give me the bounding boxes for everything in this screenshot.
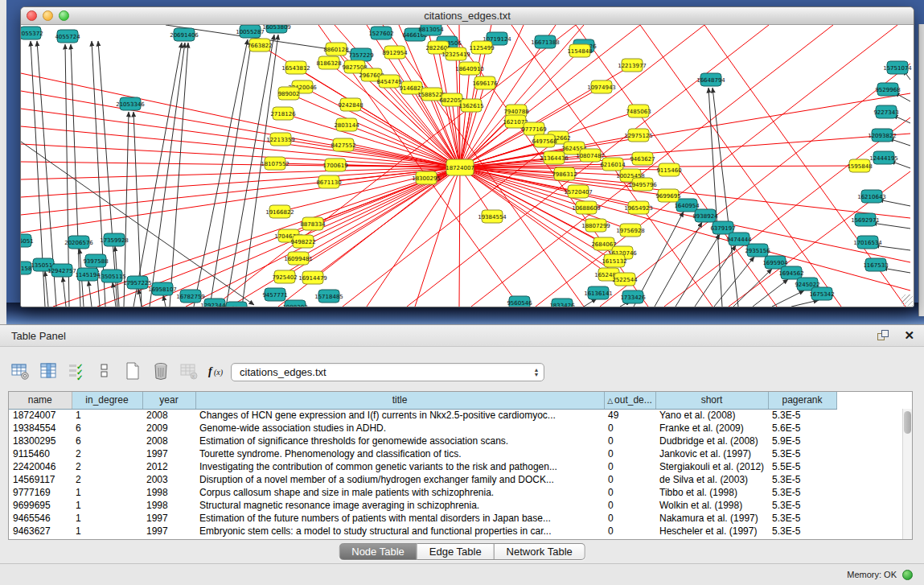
graph-node[interactable]: 9227343 — [873, 105, 898, 118]
select-attributes-icon[interactable]: ✓✓✓ — [66, 360, 87, 381]
graph-node[interactable]: 1833426 — [549, 299, 575, 307]
graph-node[interactable]: 18300295 — [412, 171, 441, 184]
graph-node[interactable]: 9529968 — [875, 83, 900, 96]
graph-node[interactable]: 8427552 — [331, 138, 355, 151]
graph-node[interactable]: 9498222 — [290, 235, 315, 248]
graph-node[interactable]: 6497568 — [532, 134, 556, 147]
table-select-dropdown[interactable]: citations_edges.txt ▲▼ — [231, 363, 544, 381]
graph-node[interactable]: 16958107 — [148, 282, 177, 295]
graph-node[interactable]: 16053809 — [262, 25, 291, 33]
graph-node[interactable]: 9463627 — [630, 152, 655, 165]
graph-node[interactable]: 8938924 — [692, 209, 718, 222]
graph-node[interactable]: 18640910 — [455, 62, 484, 75]
graph-node[interactable]: 17016534 — [853, 236, 882, 249]
graph-node[interactable]: 2935156 — [745, 244, 770, 257]
graph-node[interactable]: 1700619 — [322, 159, 347, 171]
graph-node[interactable]: 8813054 — [418, 25, 444, 35]
window-titlebar[interactable]: citations_edges.txt — [21, 7, 914, 25]
graph-node[interactable]: 1167533 — [863, 258, 888, 271]
table-row[interactable]: 1938455462009Genome-wide association stu… — [9, 422, 904, 435]
graph-node[interactable]: 8912954 — [382, 46, 408, 59]
column-header-short[interactable]: short — [655, 392, 768, 409]
graph-node[interactable]: 16099481 — [284, 252, 313, 265]
memory-status-indicator[interactable] — [902, 570, 913, 580]
table-row[interactable]: 1456911722003Disruption of a novel membe… — [9, 473, 904, 486]
graph-node[interactable]: 9777169 — [521, 122, 546, 135]
graph-node[interactable]: 10688609 — [572, 201, 601, 214]
graph-node[interactable]: 1696176 — [472, 76, 498, 89]
table-row[interactable]: 2242004622012Investigating the contribut… — [9, 460, 904, 473]
table-row[interactable]: 911546021997Tourette syndrome. Phenomeno… — [9, 447, 904, 460]
graph-node[interactable]: 16543812 — [281, 61, 310, 74]
graph-node[interactable]: 7925402 — [272, 270, 297, 283]
graph-node[interactable]: 16136141 — [584, 286, 613, 299]
graph-node[interactable]: 21053346 — [116, 97, 145, 110]
graph-node[interactable]: 9242848 — [338, 98, 363, 111]
graph-node[interactable]: 2026051 — [21, 234, 34, 247]
tab-network-table[interactable]: Network Table — [495, 543, 585, 560]
graph-node[interactable]: 1733426 — [620, 290, 646, 303]
graph-node[interactable]: 1615132 — [602, 254, 626, 267]
graph-node[interactable]: 2718126 — [270, 107, 296, 120]
graph-node[interactable]: 13505115 — [97, 270, 126, 282]
graph-node[interactable]: 2055372 — [21, 27, 43, 39]
graph-node[interactable]: 12325419 — [441, 47, 470, 60]
close-panel-icon[interactable]: ✕ — [904, 330, 914, 341]
tab-node-table[interactable]: Node Table — [339, 543, 417, 560]
graph-node[interactable]: 15692971 — [851, 213, 880, 226]
graph-node[interactable]: 10807487 — [576, 149, 605, 162]
graph-node[interactable]: 939158 — [21, 262, 31, 274]
table-row[interactable]: 946362711997Embryonic stem cells: a mode… — [9, 525, 904, 538]
graph-node[interactable]: 10974943 — [587, 80, 616, 93]
graph-node[interactable]: 15720407 — [564, 185, 593, 198]
graph-node[interactable]: 8186328 — [316, 56, 341, 69]
graph-node[interactable]: 9699695 — [655, 189, 680, 202]
graph-node[interactable]: 16782759 — [176, 290, 205, 303]
column-header-out_de[interactable]: △out_de... — [604, 392, 655, 409]
show-column-icon[interactable] — [38, 360, 59, 381]
tab-edge-table[interactable]: Edge Table — [417, 543, 495, 560]
scrollbar-thumb[interactable] — [904, 411, 911, 434]
graph-node[interactable]: 15718485 — [314, 290, 343, 303]
graph-node[interactable]: 989002 — [278, 87, 300, 100]
network-canvas[interactable]: 2055372405572420691406100552871605380915… — [21, 25, 914, 307]
graph-node[interactable]: 16648794 — [696, 73, 725, 86]
graph-node[interactable]: 1154848 — [567, 44, 592, 57]
graph-node[interactable]: 16671388 — [531, 35, 560, 48]
graph-node[interactable]: 12213977 — [618, 59, 647, 72]
graph-node[interactable]: 9115460 — [656, 163, 681, 176]
graph-node[interactable]: 19495796 — [628, 178, 657, 191]
graph-node[interactable]: 9397588 — [83, 254, 108, 267]
graph-node[interactable]: 1362615 — [458, 99, 483, 112]
graph-node[interactable]: 21364436 — [540, 151, 569, 164]
graph-node[interactable]: 18724007 — [446, 159, 474, 175]
graph-node[interactable]: 16914479 — [298, 271, 327, 284]
table-mode-icon[interactable] — [10, 360, 31, 381]
float-panel-icon[interactable] — [877, 330, 889, 341]
graph-node[interactable]: 4055724 — [55, 30, 80, 43]
table-row[interactable]: 946554611997Estimation of the future num… — [9, 512, 904, 525]
create-column-icon[interactable] — [122, 360, 143, 381]
graph-node[interactable]: 2522544 — [612, 273, 638, 286]
graph-node[interactable]: 9457771 — [262, 288, 287, 301]
graph-node[interactable]: 19654923 — [624, 201, 653, 214]
graph-node[interactable]: 12213359 — [266, 133, 295, 146]
graph-node[interactable]: 15751074 — [883, 61, 912, 74]
graph-node[interactable]: 16210643 — [857, 190, 886, 203]
column-header-pagerank[interactable]: pagerank — [768, 392, 836, 409]
graph-node[interactable]: 19384554 — [478, 210, 507, 223]
graph-node[interactable]: 8671130 — [316, 175, 341, 188]
table-row[interactable]: 977716911998Corpus callosum shape and si… — [9, 486, 904, 499]
graph-node[interactable]: 18107552 — [261, 157, 290, 170]
graph-node[interactable]: 1125499 — [469, 41, 494, 54]
graph-node[interactable]: 12093822 — [868, 129, 897, 142]
row-layout-icon[interactable] — [94, 360, 115, 381]
graph-node[interactable]: 8860128 — [323, 43, 348, 56]
graph-node[interactable]: 10055287 — [236, 25, 265, 38]
graph-node[interactable]: 12444195 — [869, 151, 898, 164]
column-header-in_degree[interactable]: in_degree — [72, 392, 142, 409]
delete-table-icon[interactable]: x — [179, 360, 199, 381]
graph-node[interactable]: 12975125 — [624, 129, 653, 142]
column-header-year[interactable]: year — [142, 392, 195, 409]
graph-node[interactable]: 17359928 — [100, 233, 129, 246]
